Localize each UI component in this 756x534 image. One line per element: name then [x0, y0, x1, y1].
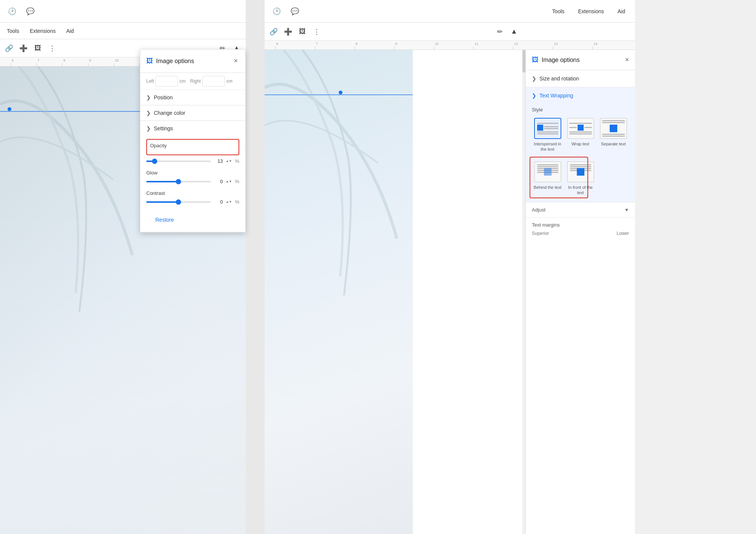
more-icon[interactable]: ⋮	[46, 42, 58, 54]
left-toolbar-top: 🕑 💬	[0, 0, 246, 23]
comments-icon-right[interactable]: 💬	[289, 5, 301, 17]
position-section: ❯ Position	[140, 90, 245, 105]
wrap-separate-label: Separate text	[601, 141, 626, 147]
contrast-value: 0	[214, 199, 223, 205]
adjust-dropdown-arrow[interactable]: ▼	[624, 207, 629, 213]
pen-icon-right[interactable]: ✏	[494, 26, 506, 38]
left-menu-bar: Tools Extensions Aid	[0, 23, 246, 39]
wrap-infront-label: In front of the text	[566, 185, 595, 196]
image-icon-right[interactable]: 🖼	[296, 26, 308, 38]
wrap-behind-label: Behind the text	[534, 185, 561, 190]
sidebar-header-icon: 🖼	[532, 56, 539, 64]
wi-line-2	[544, 128, 558, 129]
wt-square	[578, 125, 584, 131]
contrast-fill	[146, 201, 178, 203]
wt-right-line	[584, 127, 592, 128]
palm-decoration-right	[265, 50, 413, 534]
opacity-spinner[interactable]: ▲▼	[226, 159, 232, 163]
history-icon[interactable]: 🕑	[6, 5, 18, 17]
wt-line1	[569, 123, 592, 124]
wrap-interspersed-label: Interspersed in the text	[533, 141, 562, 152]
menu-tools-left[interactable]: Tools	[3, 26, 23, 35]
menu-aid-left[interactable]: Aid	[62, 26, 77, 35]
menu-extensions-right[interactable]: Extensions	[574, 7, 607, 16]
glow-slider-control: 0 ▲▼ %	[146, 179, 239, 184]
wi-line-1	[544, 126, 558, 127]
wt-line2	[569, 131, 592, 133]
glow-spinner[interactable]: ▲▼	[226, 180, 232, 183]
image-options-panel-left: 🖼 Image options × Left cm Right cm ❯ Pos…	[140, 49, 246, 233]
link-icon-right[interactable]: 🔗	[268, 26, 280, 38]
panel-header-left: 🖼 Image options ×	[140, 49, 245, 73]
menu-aid-right[interactable]: Aid	[614, 7, 629, 16]
wrap-infront[interactable]: In front of the text	[565, 159, 596, 198]
glow-thumb[interactable]	[176, 179, 181, 184]
wi-line-bot2	[537, 133, 558, 134]
glow-label: Glow	[146, 170, 239, 176]
settings-chevron: ❯	[146, 125, 151, 131]
sidebar-header: 🖼 Image options ×	[526, 50, 635, 70]
text-wrapping-label: Text Wrapping	[539, 93, 573, 99]
wrap-infront-icon	[567, 161, 594, 182]
text-wrapping-header[interactable]: ❯ Text Wrapping	[526, 87, 635, 104]
change-color-header[interactable]: ❯ Change color	[140, 105, 245, 120]
image-icon[interactable]: 🖼	[32, 42, 44, 54]
opacity-thumb[interactable]	[152, 159, 157, 164]
menu-tools-right[interactable]: Tools	[548, 7, 569, 16]
sidebar-close-button[interactable]: ×	[625, 56, 629, 64]
wrap-separate-content	[602, 120, 625, 137]
position-section-header[interactable]: ❯ Position	[140, 90, 245, 105]
opacity-track[interactable]	[146, 161, 211, 162]
more-icon-right[interactable]: ⋮	[311, 26, 323, 38]
restore-button[interactable]: Restore	[146, 214, 183, 226]
margin-left-group: Left cm	[146, 76, 186, 86]
opacity-label: Opacity	[150, 143, 235, 148]
comments-icon[interactable]: 💬	[24, 5, 36, 17]
link-icon[interactable]: 🔗	[3, 42, 15, 54]
text-wrapping-chevron: ❯	[532, 93, 536, 99]
wrap-separate[interactable]: Separate text	[598, 116, 629, 154]
menu-extensions-left[interactable]: Extensions	[26, 26, 59, 35]
scrollbar[interactable]	[522, 50, 525, 534]
contrast-thumb[interactable]	[176, 199, 181, 205]
opacity-slider-control: 13 ▲▼ %	[146, 158, 239, 164]
wrap-text[interactable]: Wrap text	[565, 116, 596, 154]
lower-label: Lower	[617, 231, 629, 236]
wrap-text-label: Wrap text	[572, 141, 589, 147]
size-rotation-header[interactable]: ❯ Size and rotation	[526, 70, 635, 87]
adjust-section: Adjust ▼	[526, 202, 635, 218]
settings-section: ❯ Settings Opacity 13 ▲▼ %	[140, 121, 245, 232]
add-icon-right[interactable]: ➕	[282, 26, 294, 38]
contrast-row: Contrast 0 ▲▼ %	[146, 190, 239, 205]
wrap-text-content	[569, 123, 592, 134]
ws-line3	[602, 134, 625, 135]
ws-line4	[602, 136, 625, 137]
wif-line2	[570, 166, 591, 167]
history-icon-right[interactable]: 🕑	[271, 5, 283, 17]
contrast-unit: %	[235, 199, 239, 205]
panel-close-left[interactable]: ×	[232, 56, 239, 66]
wrap-interspersed[interactable]: Interspersed in the text	[532, 116, 563, 154]
add-icon[interactable]: ➕	[17, 42, 29, 54]
settings-section-header[interactable]: ❯ Settings	[140, 121, 245, 136]
change-color-label: Change color	[154, 110, 185, 116]
wrap-interspersed-icon	[534, 118, 561, 139]
adjust-row: Adjust ▼	[526, 202, 635, 217]
style-label: Style	[526, 104, 635, 114]
margin-right-input[interactable]	[202, 76, 225, 86]
image-options-sidebar: 🖼 Image options × ❯ Size and rotation ❯ …	[525, 50, 635, 534]
settings-content: Opacity 13 ▲▼ % Glow	[140, 136, 245, 232]
contrast-spinner[interactable]: ▲▼	[226, 200, 232, 204]
wb-line2	[537, 166, 558, 167]
scrollbar-thumb[interactable]	[522, 50, 525, 73]
contrast-track[interactable]	[146, 201, 211, 203]
text-margins-label: Text margins	[532, 222, 629, 228]
wrap-empty	[598, 159, 629, 198]
panel-header-icon-left: 🖼	[146, 57, 153, 65]
wrap-behind[interactable]: Behind the text	[532, 159, 563, 198]
wt-mid	[569, 125, 592, 131]
margin-left-input[interactable]	[155, 76, 178, 86]
right-toolbar-row: 🔗 ➕ 🖼 ⋮ ✏ ▲	[265, 23, 635, 41]
collapse-icon-right[interactable]: ▲	[508, 26, 520, 38]
glow-track[interactable]	[146, 181, 211, 182]
